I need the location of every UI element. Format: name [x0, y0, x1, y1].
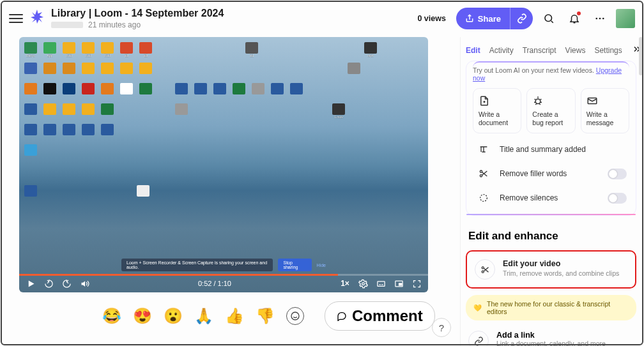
chip-bug-report[interactable]: Create a bug report	[526, 88, 575, 133]
tab-edit[interactable]: Edit	[466, 46, 480, 55]
reactions-bar: 😂 😍 😮 🙏 👍 👎 Comment	[19, 301, 451, 331]
tab-views[interactable]: Views	[565, 46, 586, 55]
hide-banner-button[interactable]: Hide	[317, 263, 326, 267]
emoji-thumbs-down[interactable]: 👎	[256, 307, 275, 325]
video-controls: 0:52 / 1:10 1×	[19, 275, 428, 292]
right-tabs: Edit Activity Transcript Views Settings	[466, 42, 636, 61]
tab-settings[interactable]: Settings	[594, 46, 622, 55]
forward-icon[interactable]	[61, 278, 72, 289]
emoji-add-icon[interactable]	[286, 307, 304, 325]
emoji-thumbs-up[interactable]: 👍	[225, 307, 244, 325]
svg-point-11	[480, 170, 482, 172]
svg-point-2	[599, 18, 601, 20]
link-icon	[468, 331, 489, 346]
avatar[interactable]	[616, 9, 635, 28]
silence-icon	[475, 190, 492, 206]
transcript-icon[interactable]	[376, 278, 386, 289]
svg-point-9	[536, 99, 541, 104]
copy-link-button[interactable]	[510, 8, 533, 29]
help-button[interactable]: ?	[432, 318, 451, 337]
emoji-pray[interactable]: 🙏	[194, 307, 213, 325]
editor-home-pill[interactable]: 💛 The new home for our classic & transcr…	[466, 295, 636, 320]
view-count: 0 views	[417, 14, 445, 23]
rewind-icon[interactable]	[43, 278, 54, 289]
pip-icon[interactable]	[394, 278, 404, 289]
svg-point-4	[362, 282, 364, 285]
scissors-icon	[475, 259, 495, 280]
speed-button[interactable]: 1×	[340, 278, 350, 289]
emoji-heart-eyes[interactable]: 😍	[133, 307, 152, 325]
chip-write-message[interactable]: Write a message	[581, 88, 629, 133]
svg-point-3	[602, 18, 604, 20]
ai-banner: Try out Loom AI on your next few videos.…	[473, 61, 629, 88]
svg-point-12	[480, 175, 482, 177]
play-icon[interactable]	[26, 278, 36, 289]
comment-button[interactable]: Comment	[325, 301, 435, 331]
tab-activity[interactable]: Activity	[489, 46, 514, 55]
scrollbar[interactable]	[639, 37, 643, 75]
heart-icon: 💛	[473, 304, 482, 312]
fullscreen-icon[interactable]	[411, 278, 422, 289]
page-title: Library | Loom - 14 September 2024	[51, 8, 411, 19]
opt-filler-words: Remove filler words	[473, 158, 629, 182]
svg-point-13	[480, 195, 487, 202]
bell-icon[interactable]	[565, 9, 584, 28]
time-display: 0:52 / 1:10	[198, 280, 231, 287]
video-content: RecycAppFoldFoldFoldpdfpdfvidmp4 1.mov	[23, 42, 424, 189]
scissors-icon	[475, 165, 492, 182]
svg-point-15	[482, 271, 484, 273]
edit-video-card[interactable]: Edit your video Trim, remove words, and …	[466, 250, 636, 289]
svg-rect-5	[377, 281, 384, 286]
svg-rect-7	[399, 283, 401, 285]
chip-write-document[interactable]: Write a document	[473, 88, 521, 133]
search-icon[interactable]	[539, 9, 558, 28]
loom-logo-icon[interactable]	[29, 10, 45, 27]
top-bar: Library | Loom - 14 September 2024 21 mi…	[0, 0, 644, 37]
share-button-group: Share	[456, 8, 533, 29]
svg-point-8	[291, 312, 299, 320]
svg-point-14	[482, 267, 484, 269]
add-link-card[interactable]: Add a link Link a document, calendly, an…	[466, 328, 636, 346]
sharing-banner: Loom + Screen Recorder & Screen Capture …	[121, 259, 326, 271]
stop-sharing-button[interactable]: Stop sharing	[278, 259, 311, 271]
toggle-filler[interactable]	[608, 169, 627, 179]
share-button[interactable]: Share	[456, 8, 510, 29]
svg-point-1	[595, 18, 597, 20]
toggle-silence[interactable]	[608, 193, 627, 204]
page-subtitle: 21 minutes ago	[51, 20, 411, 29]
tab-transcript[interactable]: Transcript	[523, 46, 556, 55]
opt-title-summary: Title and summary added	[473, 133, 629, 158]
video-player[interactable]: RecycAppFoldFoldFoldpdfpdfvidmp4 1.mov L…	[19, 37, 428, 292]
emoji-joy[interactable]: 😂	[102, 307, 121, 325]
more-icon[interactable]	[590, 9, 610, 28]
opt-silences: Remove silences	[473, 182, 629, 206]
menu-icon[interactable]	[9, 11, 23, 26]
volume-icon[interactable]	[79, 278, 89, 289]
settings-gear-icon[interactable]	[358, 278, 368, 289]
svg-point-0	[545, 15, 552, 22]
section-title: Edit and enhance	[468, 230, 634, 243]
title-icon	[475, 141, 492, 158]
ai-card: Try out Loom AI on your next few videos.…	[466, 61, 636, 216]
emoji-shocked[interactable]: 😮	[164, 307, 183, 325]
